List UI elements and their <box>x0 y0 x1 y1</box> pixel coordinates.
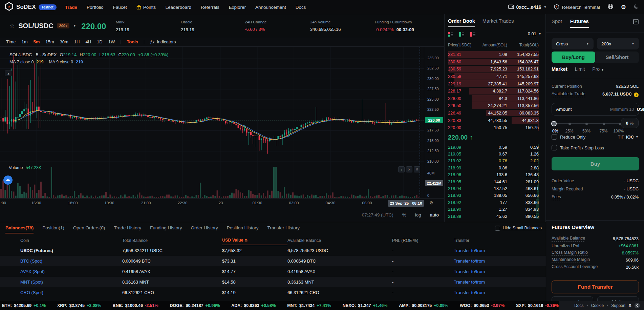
ticker-item[interactable]: AMP: $0.003175 +0.09% <box>399 303 448 308</box>
ticker-item[interactable]: MNT: $1.7434 +7.41% <box>287 303 331 308</box>
bottom-tab[interactable]: Open Orders(0) <box>73 222 105 233</box>
interval-button[interactable]: 30m <box>60 39 68 44</box>
book-layout-asks-icon[interactable] <box>470 32 475 38</box>
tab-market[interactable]: Market <box>552 66 567 72</box>
interval-button[interactable]: Time <box>6 39 16 44</box>
nav-item[interactable]: Trade <box>65 5 77 10</box>
bid-row[interactable]: 218.93 188.05 656.66 <box>445 192 542 199</box>
leverage-select[interactable]: 200x▼ <box>597 38 639 49</box>
percent-value-box[interactable]: 0% <box>621 118 639 128</box>
log-scale-button[interactable]: log <box>415 212 421 218</box>
price-axis[interactable]: 235.00 232.50 230.00 227.50 225.00 222.5… <box>424 47 444 208</box>
nav-item[interactable]: Referrals <box>201 5 219 10</box>
collapse-arrow-icon[interactable] <box>635 303 640 308</box>
chart-region[interactable]: SOL/USDC · 5 · SoDEX O219.14H220.00L218.… <box>0 47 444 222</box>
sell-short-toggle[interactable]: Sell/Short <box>595 51 639 63</box>
auto-scale-button[interactable]: auto <box>430 212 439 218</box>
bid-row[interactable]: 218.94 187.52 468.61 <box>445 185 542 192</box>
bid-row[interactable]: 218.96 133.6 136.48 <box>445 171 542 178</box>
bottom-tab[interactable]: Funding History <box>150 222 182 233</box>
bottom-tab[interactable]: Transfer History <box>267 222 300 233</box>
bid-row[interactable]: 219.02 0.76 2.02 <box>445 158 542 164</box>
chart-watermark-logo[interactable] <box>3 175 13 185</box>
tif-select[interactable]: TIF IOC ▼ <box>618 135 639 140</box>
book-layout-both-icon[interactable] <box>448 32 453 38</box>
ask-row[interactable]: 228.00 84.3 113,441.86 <box>445 95 542 102</box>
bid-row[interactable]: 219.09 0.59 0.59 <box>445 144 542 150</box>
bottom-tab[interactable]: Balances(78) <box>5 222 34 233</box>
ask-row[interactable]: 230.58 47.71 145,257.68 <box>445 73 542 80</box>
amount-input[interactable] <box>575 107 634 112</box>
orderbook-tab[interactable]: Market Trades <box>482 18 514 27</box>
ask-row[interactable]: 229.19 27,385.41 145,209.97 <box>445 80 542 87</box>
nav-item[interactable]: Portfolio <box>87 5 104 10</box>
nav-item[interactable]: Leaderboard <box>165 5 191 10</box>
ask-row[interactable]: 230.59 7,925.23 153,182.91 <box>445 65 542 73</box>
tab-limit[interactable]: Limit <box>575 66 585 72</box>
cookie-link[interactable]: Cookie <box>591 303 604 308</box>
nav-item[interactable]: Docs <box>296 5 306 10</box>
transfer-link[interactable]: Transfer to/from <box>454 248 546 253</box>
bid-row[interactable]: 218.89 45.62 880.55 <box>445 213 542 220</box>
fund-transfer-button[interactable]: Fund Transfer <box>552 281 639 293</box>
nav-item[interactable]: Faucet <box>113 5 127 10</box>
reduce-only-checkbox[interactable] <box>552 134 557 140</box>
market-type-tab[interactable]: Spot <box>552 18 562 28</box>
ticker-item[interactable]: BNB: $1000.46 -2.51% <box>113 303 158 308</box>
amount-currency[interactable]: USDC <box>637 107 644 112</box>
size-slider[interactable]: 0% 25% 50% 75% 100% <box>552 120 621 133</box>
axis-settings-gear-icon[interactable]: ⚙ <box>429 200 433 205</box>
theme-moon-icon[interactable] <box>634 4 639 11</box>
interval-button[interactable]: 1D <box>97 39 103 44</box>
table-row[interactable]: USDC (Futures) 7,658.324211 USDC $7,658.… <box>0 245 546 256</box>
language-globe-icon[interactable] <box>607 3 614 11</box>
nav-item[interactable]: Explorer <box>229 5 246 10</box>
ask-row[interactable]: 228.17 4,382.7 117,824.56 <box>445 87 542 95</box>
book-layout-bids-icon[interactable] <box>459 32 464 38</box>
transfer-link[interactable]: Transfer to/from <box>454 290 546 295</box>
pane-close-button[interactable]: ✕ <box>406 166 412 172</box>
market-type-tab[interactable]: Futures <box>570 18 589 28</box>
ticker-item[interactable]: ADA: $0.8263 +0.58% <box>231 303 276 308</box>
buy-button[interactable]: Buy <box>552 157 639 170</box>
ticker-item[interactable]: NEXO: $1.247 +1.46% <box>343 303 388 308</box>
interval-button[interactable]: 1H <box>74 39 80 44</box>
wallet-chip[interactable]: 0xcc...e416 ▼ <box>508 4 547 10</box>
ask-row[interactable]: 226.50 24,274.21 113,357.56 <box>445 102 542 109</box>
chart-clock[interactable]: 07:27:49 (UTC) <box>362 212 393 218</box>
pane-move-up-button[interactable]: ↑ <box>398 166 405 172</box>
bottom-tab[interactable]: Position History <box>227 222 259 233</box>
ticker-item[interactable]: ETH: $4205.69 +0.1% <box>2 303 46 308</box>
bid-row[interactable]: 218.92 177 833.66 <box>445 199 542 206</box>
bottom-tab[interactable]: Order History <box>191 222 218 233</box>
bid-row[interactable]: 219.05 0.67 1.26 <box>445 150 542 157</box>
bid-row[interactable]: 218.99 0.86 2.88 <box>445 164 542 171</box>
bottom-tab[interactable]: Trade History <box>114 222 141 233</box>
interval-button[interactable]: 4H <box>85 39 91 44</box>
add-funds-icon[interactable]: + <box>634 92 639 97</box>
table-row[interactable]: BTC (Spot) 0.000649 BTC $73.31 0.000649 … <box>0 256 546 266</box>
x-twitter-icon[interactable]: X <box>628 303 631 308</box>
pane-maximize-button[interactable]: ⧉ <box>414 166 420 172</box>
transfer-link[interactable]: Transfer to/from <box>454 269 546 274</box>
research-terminal-link[interactable]: Research Terminal <box>554 4 600 11</box>
ticker-item[interactable]: SXP: $0.1619 -0.36% <box>516 303 559 308</box>
interval-button[interactable]: 5m <box>33 39 40 44</box>
tab-pro[interactable]: Pro ▼ <box>592 66 604 72</box>
margin-mode-select[interactable]: Cross▼ <box>552 38 594 49</box>
ask-row[interactable]: 220.83 44,780.55 44,931.3 <box>445 117 542 124</box>
ask-row[interactable]: 226.49 44,152.05 89,083.35 <box>445 109 542 117</box>
transfer-link[interactable]: Transfer to/from <box>454 280 546 285</box>
time-axis[interactable]: :00 16:30 18:00 19:30 21:00 22:30 23 01:… <box>0 198 444 208</box>
ticker-item[interactable]: DOGE: $0.24187 +0.96% <box>170 303 220 308</box>
legend-collapse-button[interactable]: ▲ <box>5 70 12 76</box>
ask-row[interactable]: 230.60 1,643.56 154,826.47 <box>445 58 542 66</box>
amount-field[interactable]: Amount USDC ▼ <box>552 103 639 116</box>
docs-link[interactable]: Docs <box>574 303 583 308</box>
tpsl-checkbox[interactable] <box>552 145 557 150</box>
bid-row[interactable]: 218.95 144.61 281.09 <box>445 178 542 185</box>
candlestick-chart[interactable] <box>0 47 424 198</box>
ask-row[interactable]: 220.00 150.75 150.75 <box>445 124 542 131</box>
brand[interactable]: SoDEX Testnet <box>5 0 57 14</box>
table-row[interactable]: AVAX (Spot) 0.41958 AVAX $14.77 0.41958 … <box>0 266 546 277</box>
